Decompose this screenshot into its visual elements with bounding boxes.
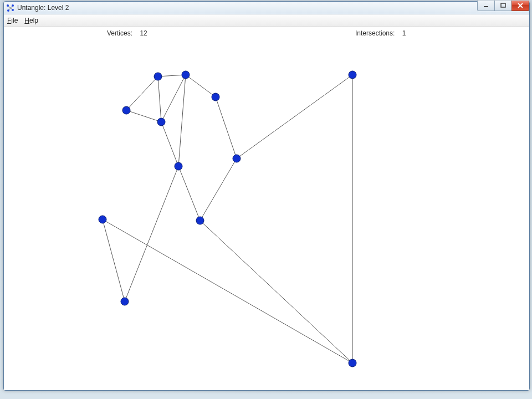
graph-edge <box>161 122 178 166</box>
graph-svg <box>4 39 529 390</box>
vertices-readout: Vertices: 12 <box>107 29 147 37</box>
svg-rect-7 <box>501 3 505 7</box>
graph-vertex[interactable] <box>196 217 204 224</box>
minimize-icon <box>483 3 489 8</box>
menu-help-rest: elp <box>29 17 38 24</box>
titlebar[interactable]: Untangle: Level 2 <box>4 2 529 14</box>
graph-canvas[interactable] <box>4 39 529 390</box>
graph-edge <box>200 158 237 221</box>
app-window: Untangle: Level 2 File Help <box>3 1 530 391</box>
graph-vertex[interactable] <box>157 118 165 126</box>
close-button[interactable] <box>511 1 529 11</box>
graph-vertex[interactable] <box>99 216 106 223</box>
menu-help[interactable]: Help <box>24 17 38 24</box>
graph-edge <box>161 75 186 122</box>
svg-point-4 <box>7 9 9 12</box>
graph-edge <box>178 166 200 221</box>
svg-point-5 <box>12 9 14 11</box>
menu-file[interactable]: File <box>7 17 18 24</box>
graph-edge <box>126 76 158 110</box>
window-controls <box>478 1 529 11</box>
graph-vertex[interactable] <box>122 106 130 114</box>
intersections-label: Intersections: <box>355 29 395 37</box>
window-title: Untangle: Level 2 <box>17 4 69 12</box>
graph-edge <box>237 75 352 158</box>
maximize-button[interactable] <box>494 1 512 11</box>
minimize-button[interactable] <box>477 1 495 11</box>
graph-vertex[interactable] <box>212 93 219 101</box>
svg-point-3 <box>12 4 14 7</box>
graph-vertex[interactable] <box>349 359 356 367</box>
graph-vertex[interactable] <box>121 298 129 305</box>
vertices-value: 12 <box>140 29 147 37</box>
graph-vertex[interactable] <box>154 73 162 80</box>
graph-edge <box>125 166 178 301</box>
graph-edge <box>216 97 237 158</box>
svg-rect-6 <box>484 6 488 7</box>
graph-edge <box>178 75 186 166</box>
status-row: Vertices: 12 Intersections: 1 <box>4 27 529 39</box>
intersections-readout: Intersections: 1 <box>355 29 406 37</box>
graph-edge <box>186 75 216 97</box>
graph-vertex[interactable] <box>182 71 190 79</box>
close-icon <box>518 3 523 8</box>
svg-point-2 <box>7 4 9 7</box>
graph-vertex[interactable] <box>175 162 182 170</box>
maximize-icon <box>500 3 506 8</box>
intersections-value: 1 <box>402 29 406 37</box>
graph-edge <box>103 219 125 301</box>
graph-edge <box>158 75 186 76</box>
graph-edge <box>126 110 161 122</box>
graph-edge <box>200 221 352 363</box>
menu-file-rest: ile <box>11 17 18 24</box>
graph-vertex[interactable] <box>349 71 356 79</box>
graph-edge <box>158 76 161 122</box>
graph-edge <box>103 219 352 363</box>
graph-vertex[interactable] <box>233 155 241 162</box>
menubar: File Help <box>4 14 529 27</box>
vertices-label: Vertices: <box>107 29 132 37</box>
app-icon <box>6 3 15 12</box>
